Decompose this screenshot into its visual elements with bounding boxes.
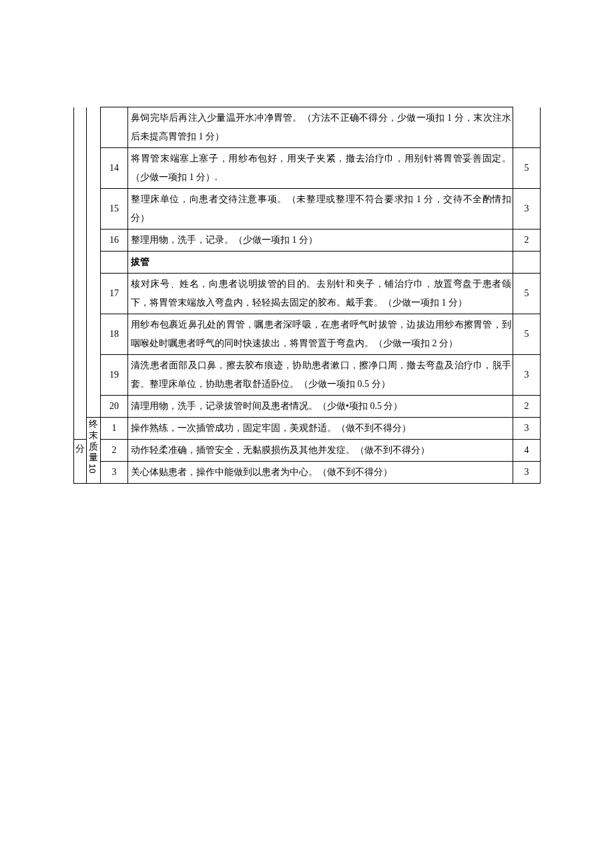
step-number: 17 xyxy=(101,274,128,314)
table-row: 19 清洗患者面部及口鼻，擦去胶布痕迹，协助患者漱口，擦净口周，撤去弯盘及治疗巾… xyxy=(74,355,541,396)
step-score: 5 xyxy=(513,148,541,189)
table-row: 分 2 动作轻柔准确，插管安全，无黏膜损伤及其他并发症。（做不到不得分） 4 xyxy=(74,440,541,462)
step-description: 鼻饲完毕后再注入少量温开水冲净胃管。（方法不正确不得分，少做一项扣 1 分，末次… xyxy=(128,107,513,148)
table-row: 14 将胃管末端塞上塞子，用纱布包好，用夹子夹紧，撤去治疗巾，用别针将胃管妥善固… xyxy=(74,148,541,189)
document-page: 鼻饲完毕后再注入少量温开水冲净胃管。（方法不正确不得分，少做一项扣 1 分，末次… xyxy=(0,0,614,484)
step-score: 3 xyxy=(513,355,541,396)
step-description: 清洗患者面部及口鼻，擦去胶布痕迹，协助患者漱口，擦净口周，撤去弯盘及治疗巾，脱手… xyxy=(128,355,513,396)
step-number: 16 xyxy=(101,230,128,252)
table-row: 终末质量 10 1 操作熟练，一次插管成功，固定牢固，美观舒适。（做不到不得分）… xyxy=(74,418,541,440)
table-row: 18 用纱布包裹近鼻孔处的胃管，嘱患者深呼吸，在患者呼气时拔管，边拔边用纱布擦胃… xyxy=(74,314,541,355)
step-score xyxy=(513,107,541,148)
step-number: 20 xyxy=(101,396,128,418)
step-description: 清理用物，洗手，记录拔管时间及患者情况。（少做•项扣 0.5 分） xyxy=(128,396,513,418)
category-cell xyxy=(74,107,87,440)
category-label: 分 xyxy=(74,440,87,484)
step-description: 将胃管末端塞上塞子，用纱布包好，用夹子夹紧，撤去治疗巾，用别针将胃管妥善固定。（… xyxy=(128,148,513,189)
step-description: 动作轻柔准确，插管安全，无黏膜损伤及其他并发症。（做不到不得分） xyxy=(128,440,513,462)
step-number: 2 xyxy=(101,440,128,462)
step-description: 整理床单位，向患者交待注意事项。（未整理或整理不符合要求扣 1 分，交待不全酌情… xyxy=(128,189,513,230)
step-number xyxy=(101,252,128,274)
table-row: 15 整理床单位，向患者交待注意事项。（未整理或整理不符合要求扣 1 分，交待不… xyxy=(74,189,541,230)
section-header: 拔管 xyxy=(128,252,513,274)
step-score: 5 xyxy=(513,314,541,355)
step-score: 3 xyxy=(513,462,541,484)
step-score: 3 xyxy=(513,189,541,230)
scoring-table: 鼻饲完毕后再注入少量温开水冲净胃管。（方法不正确不得分，少做一项扣 1 分，末次… xyxy=(73,107,541,484)
step-score: 3 xyxy=(513,418,541,440)
table-row: 16 整理用物，洗手，记录。（少做一项扣 1 分） 2 xyxy=(74,230,541,252)
step-description: 用纱布包裹近鼻孔处的胃管，嘱患者深呼吸，在患者呼气时拔管，边拔边用纱布擦胃管，到… xyxy=(128,314,513,355)
step-number: 15 xyxy=(101,189,128,230)
table-row: 20 清理用物，洗手，记录拔管时间及患者情况。（少做•项扣 0.5 分） 2 xyxy=(74,396,541,418)
step-description: 操作熟练，一次插管成功，固定牢固，美观舒适。（做不到不得分） xyxy=(128,418,513,440)
step-score: 5 xyxy=(513,274,541,314)
step-number xyxy=(101,107,128,148)
step-number: 3 xyxy=(101,462,128,484)
step-description: 关心体贴患者，操作中能做到以患者为中心。（做不到不得分） xyxy=(128,462,513,484)
step-score: 2 xyxy=(513,230,541,252)
step-description: 整理用物，洗手，记录。（少做一项扣 1 分） xyxy=(128,230,513,252)
step-score xyxy=(513,252,541,274)
table-row: 拔管 xyxy=(74,252,541,274)
subcategory-label: 终末质量 10 xyxy=(87,418,101,484)
step-description: 核对床号、姓名，向患者说明拔管的目的。去别针和夹子，铺治疗巾，放置弯盘于患者颌下… xyxy=(128,274,513,314)
table-row: 17 核对床号、姓名，向患者说明拔管的目的。去别针和夹子，铺治疗巾，放置弯盘于患… xyxy=(74,274,541,314)
subcategory-cell xyxy=(87,107,101,418)
step-score: 2 xyxy=(513,396,541,418)
step-number: 14 xyxy=(101,148,128,189)
step-number: 19 xyxy=(101,355,128,396)
vertical-text: 终末质量 10 xyxy=(87,419,100,474)
step-score: 4 xyxy=(513,440,541,462)
step-number: 18 xyxy=(101,314,128,355)
table-row: 3 关心体贴患者，操作中能做到以患者为中心。（做不到不得分） 3 xyxy=(74,462,541,484)
step-number: 1 xyxy=(101,418,128,440)
table-row: 鼻饲完毕后再注入少量温开水冲净胃管。（方法不正确不得分，少做一项扣 1 分，末次… xyxy=(74,107,541,148)
